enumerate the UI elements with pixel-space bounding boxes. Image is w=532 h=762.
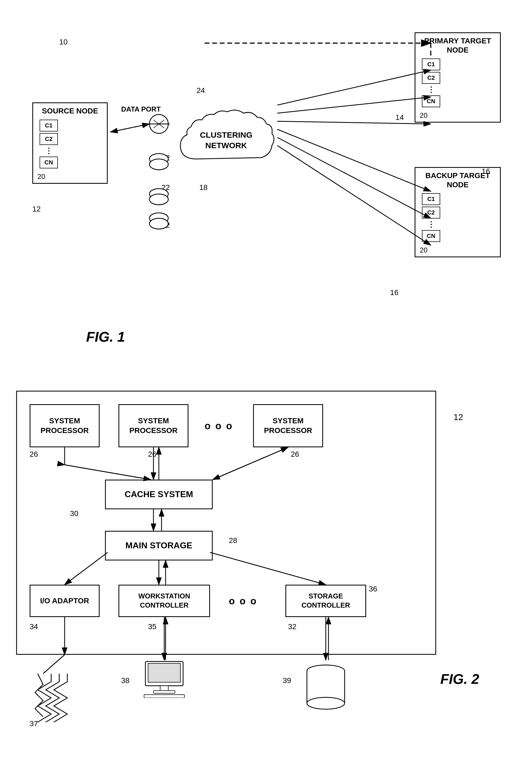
svg-rect-47 — [144, 695, 184, 698]
cache-system-ref: 30 — [70, 509, 78, 518]
backup-node-ref16b: 16 — [390, 288, 398, 297]
sys-proc-3-ref: 26 — [291, 450, 299, 459]
backup-c1: C1 — [422, 193, 440, 205]
ref36: 36 — [369, 585, 377, 593]
backup-cn: CN — [422, 230, 440, 242]
fig2-area: 12 SYSTEM PROCESSOR 26 SYSTEM PROCESSOR … — [16, 391, 501, 746]
svg-rect-45 — [160, 686, 168, 691]
primary-c1: C1 — [422, 58, 440, 70]
svg-line-3 — [154, 120, 164, 128]
svg-line-11 — [277, 70, 431, 105]
fig1-diagram-ref: 10 — [59, 38, 68, 46]
storage-controller-box: STORAGE CONTROLLER — [285, 585, 366, 617]
source-node-box: SOURCE NODE C1 C2 ⋮ CN 20 — [32, 103, 108, 184]
fig2-label: FIG. 2 — [440, 671, 479, 687]
ref39: 39 — [283, 676, 291, 685]
primary-node-title: PRIMARY TARGET NODE — [418, 35, 498, 55]
fig2-ref12: 12 — [453, 412, 463, 422]
svg-line-4 — [154, 120, 164, 128]
main-storage-box: MAIN STORAGE — [105, 531, 213, 561]
main-storage-ref: 28 — [229, 536, 237, 545]
ref18: 18 — [199, 183, 208, 192]
svg-line-15 — [277, 137, 431, 218]
source-node-ref12: 12 — [32, 205, 41, 213]
primary-node-box: PRIMARY TARGET NODE C1 C2 ⋮ CN 20 — [415, 32, 501, 122]
svg-line-16 — [277, 145, 431, 245]
sys-proc-3: SYSTEM PROCESSOR — [253, 404, 323, 447]
backup-channels: C1 C2 ⋮ CN — [420, 191, 442, 244]
svg-line-13 — [277, 121, 431, 124]
storage-cylinder — [304, 663, 347, 711]
backup-c2: C2 — [422, 207, 440, 218]
workstation-controller-ref: 35 — [148, 622, 157, 631]
fig1-label: FIG. 1 — [86, 329, 125, 345]
svg-line-19 — [110, 124, 150, 132]
svg-point-2 — [150, 114, 168, 133]
storage-controller-ref: 32 — [288, 622, 297, 631]
svg-line-38 — [43, 655, 65, 674]
ref38: 38 — [121, 676, 129, 685]
fig1-area: 10 SOURCE NODE C1 C2 ⋮ CN 20 12 PRIMARY … — [16, 16, 517, 361]
svg-point-6 — [150, 194, 168, 205]
workstation-controller-box: WORKSTATION CONTROLLER — [118, 585, 210, 617]
io-adaptor-box: I/O ADAPTOR — [30, 585, 100, 617]
svg-line-18 — [110, 124, 150, 132]
svg-line-14 — [277, 129, 431, 191]
backup-node-ref20: 20 — [420, 246, 500, 254]
sys-proc-1-ref: 26 — [30, 450, 38, 459]
proc-ellipsis: o o o — [205, 420, 233, 432]
ref22c: 22 — [162, 221, 170, 230]
primary-node-ref14: 14 — [395, 113, 404, 122]
source-c1: C1 — [39, 119, 58, 131]
svg-line-12 — [277, 97, 431, 113]
svg-rect-46 — [154, 691, 175, 693]
backup-node-box: BACKUP TARGET NODE C1 C2 ⋮ CN 20 — [415, 167, 501, 257]
source-channels: C1 C2 ⋮ CN — [37, 118, 60, 170]
ref37: 37 — [30, 720, 38, 728]
computer-symbol — [140, 660, 188, 698]
svg-rect-44 — [148, 663, 180, 682]
source-cn: CN — [39, 157, 58, 168]
primary-channels: C1 C2 ⋮ CN — [420, 56, 442, 109]
sys-proc-1: SYSTEM PROCESSOR — [30, 404, 100, 447]
ref22b: 22 — [162, 183, 170, 192]
page: 10 SOURCE NODE C1 C2 ⋮ CN 20 12 PRIMARY … — [0, 0, 532, 762]
primary-node-ref20: 20 — [420, 111, 500, 119]
source-node-title: SOURCE NODE — [35, 105, 105, 117]
ref24: 24 — [197, 86, 205, 95]
ref22a: 22 — [162, 154, 170, 162]
source-c2: C2 — [39, 133, 58, 145]
svg-point-52 — [307, 697, 345, 709]
clustering-network-label: CLUSTERING NETWORK — [199, 130, 253, 151]
backup-node-ref16a: 16 — [482, 167, 490, 176]
clustering-network: CLUSTERING NETWORK — [172, 100, 280, 181]
cache-system-box: CACHE SYSTEM — [105, 480, 213, 509]
primary-c2: C2 — [422, 72, 440, 84]
data-port-label: DATA PORT — [121, 105, 161, 114]
sys-proc-2-ref: 26 — [148, 450, 157, 459]
source-node-ref20: 20 — [37, 173, 107, 181]
sys-proc-2: SYSTEM PROCESSOR — [118, 404, 188, 447]
io-adaptor-ref: 34 — [30, 622, 38, 631]
ctrl-ellipsis: o o o — [229, 595, 257, 607]
primary-cn: CN — [422, 95, 440, 107]
